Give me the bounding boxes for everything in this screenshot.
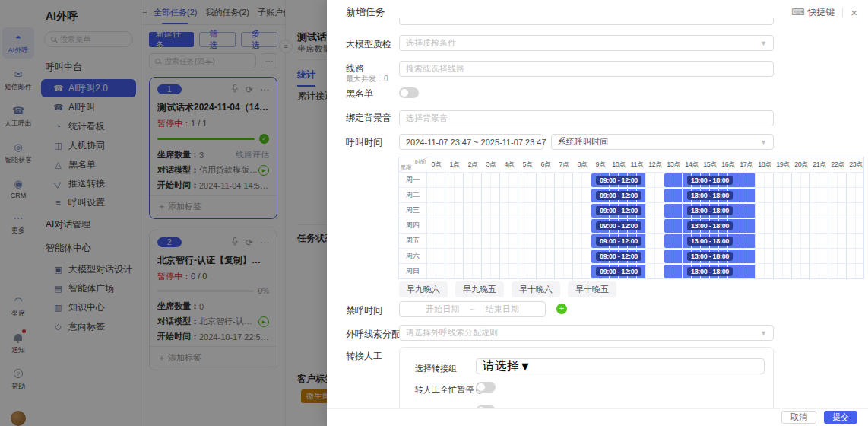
time-block[interactable]: 09:00 - 12:00 xyxy=(591,173,646,187)
time-block-label: 13:00 - 18:00 xyxy=(687,191,733,200)
schedule-row-周一: 周一09:00 - 12:0013:00 - 18:00 xyxy=(399,172,863,187)
transfer-label: 转接人工 xyxy=(346,350,382,363)
hour-header: 17点 xyxy=(737,157,756,172)
corner-time-label: 时间 xyxy=(415,158,426,166)
time-block-label: 13:00 - 18:00 xyxy=(687,267,733,276)
preset-早十晚五[interactable]: 早十晚五 xyxy=(568,281,616,297)
time-block-label: 09:00 - 12:00 xyxy=(596,221,641,230)
hour-header: 3点 xyxy=(482,157,500,172)
submit-button[interactable]: 提交 xyxy=(824,411,857,424)
new-task-modal: 新增任务 ⌨快捷键 × 大模型质检 选择质检条件▼ 线路 最大并发：0 搜索或选… xyxy=(327,0,868,426)
time-block[interactable]: 09:00 - 12:00 xyxy=(591,189,646,202)
chevron-down-icon: ▼ xyxy=(760,138,767,146)
time-block[interactable]: 13:00 - 18:00 xyxy=(664,189,756,202)
hour-header: 4点 xyxy=(500,157,518,172)
schedule-row-周二: 周二09:00 - 12:0013:00 - 18:00 xyxy=(399,187,863,202)
time-block[interactable]: 09:00 - 12:00 xyxy=(591,219,646,233)
add-forbid-time-button[interactable]: + xyxy=(556,304,567,314)
line-select[interactable]: 搜索或选择线路 xyxy=(399,61,774,77)
schedule-row-周三: 周三09:00 - 12:0013:00 - 18:00 xyxy=(399,202,863,218)
hour-header: 16点 xyxy=(719,157,737,172)
day-label: 周三 xyxy=(399,203,427,218)
hour-header: 5点 xyxy=(518,157,537,172)
time-block-label: 13:00 - 18:00 xyxy=(687,176,733,185)
chevron-down-icon: ▼ xyxy=(519,360,531,374)
transfer-group-label: 选择转接组 xyxy=(415,363,457,374)
time-block[interactable]: 09:00 - 12:00 xyxy=(591,265,646,278)
schedule-row-周日: 周日09:00 - 12:0013:00 - 18:00 xyxy=(399,263,863,278)
schedule-grid: 时间星期0点1点2点3点4点5点6点7点8点9点10点11点12点13点14点1… xyxy=(398,157,864,279)
day-label: 周二 xyxy=(399,188,427,202)
time-block-label: 09:00 - 12:00 xyxy=(596,267,641,276)
hour-header: 19点 xyxy=(774,157,792,172)
day-label: 周一 xyxy=(399,173,427,187)
chevron-down-icon: ▼ xyxy=(760,329,767,337)
hour-header: 11点 xyxy=(628,157,646,172)
time-block-label: 09:00 - 12:00 xyxy=(596,191,641,200)
time-block[interactable]: 09:00 - 12:00 xyxy=(591,204,646,218)
shortcuts-button[interactable]: ⌨快捷键 xyxy=(791,6,835,19)
hour-header: 0点 xyxy=(427,157,445,172)
preset-早十晚六[interactable]: 早十晚六 xyxy=(512,281,560,297)
hour-header: 15点 xyxy=(701,157,719,172)
hour-header: 14点 xyxy=(683,157,701,172)
time-block[interactable]: 09:00 - 12:00 xyxy=(591,250,646,263)
blacklist-label: 黑名单 xyxy=(346,87,373,100)
hour-header: 7点 xyxy=(555,157,573,172)
close-icon[interactable]: × xyxy=(851,7,857,18)
schedule-row-周六: 周六09:00 - 12:0013:00 - 18:00 xyxy=(399,248,863,263)
schedule-presets: 早九晚六早九晚五早十晚六早十晚五 xyxy=(399,281,616,297)
call-time-label: 呼叫时间 xyxy=(346,136,382,149)
call-time-mode-select[interactable]: 系统呼叫时间▼ xyxy=(551,134,774,150)
time-block[interactable]: 13:00 - 18:00 xyxy=(664,219,756,233)
hour-header: 10点 xyxy=(610,157,628,172)
modal-footer: 取消 提交 xyxy=(327,408,868,426)
schedule-grid-header: 时间星期0点1点2点3点4点5点6点7点8点9点10点11点12点13点14点1… xyxy=(399,157,863,172)
time-block[interactable]: 13:00 - 18:00 xyxy=(664,265,756,278)
time-block[interactable]: 13:00 - 18:00 xyxy=(664,250,756,263)
time-block[interactable]: 13:00 - 18:00 xyxy=(664,204,756,218)
line-max-concurrency: 最大并发：0 xyxy=(346,74,388,84)
partial-input-above[interactable] xyxy=(399,18,774,25)
background-audio-label: 绑定背景音 xyxy=(346,112,391,125)
modal-title: 新增任务 xyxy=(346,5,385,19)
time-block-label: 13:00 - 18:00 xyxy=(687,221,733,230)
background-audio-select[interactable]: 选择背景音 xyxy=(399,110,774,126)
time-block[interactable]: 13:00 - 18:00 xyxy=(664,173,756,187)
hour-header: 20点 xyxy=(792,157,810,172)
forbid-time-range-input[interactable]: 开始日期 ~ 结束日期 xyxy=(399,301,546,317)
keyboard-icon: ⌨ xyxy=(791,7,804,17)
cancel-button[interactable]: 取消 xyxy=(781,411,816,424)
busy-pause-toggle[interactable] xyxy=(476,382,496,393)
hour-header: 23点 xyxy=(847,157,865,172)
hour-header: 2点 xyxy=(464,157,482,172)
schedule-row-周四: 周四09:00 - 12:0013:00 - 18:00 xyxy=(399,218,863,233)
schedule-grid-corner: 时间星期 xyxy=(399,157,427,172)
hour-header: 1点 xyxy=(445,157,464,172)
hour-header: 18点 xyxy=(756,157,774,172)
blacklist-toggle[interactable] xyxy=(399,87,419,98)
forbid-time-label: 禁呼时间 xyxy=(346,304,382,317)
hour-header: 9点 xyxy=(591,157,610,172)
hour-header: 8点 xyxy=(573,157,591,172)
preset-早九晚六[interactable]: 早九晚六 xyxy=(399,281,448,297)
hour-header: 22点 xyxy=(828,157,847,172)
corner-week-label: 星期 xyxy=(401,164,411,171)
transfer-group-select[interactable]: 请选择▼ xyxy=(476,358,765,374)
time-block-label: 09:00 - 12:00 xyxy=(596,206,641,215)
time-block-label: 09:00 - 12:00 xyxy=(596,237,641,246)
call-time-range-input[interactable]: 2024-11-07 23:47 ~ 2025-11-07 23:47 xyxy=(399,134,543,150)
time-block[interactable]: 13:00 - 18:00 xyxy=(664,234,756,248)
quality-check-select[interactable]: 选择质检条件▼ xyxy=(399,35,774,51)
hour-header: 6点 xyxy=(537,157,555,172)
time-block[interactable]: 09:00 - 12:00 xyxy=(591,234,646,248)
hour-header: 21点 xyxy=(810,157,828,172)
lead-rule-select[interactable]: 请选择外呼线索分配规则▼ xyxy=(399,325,774,341)
schedule-row-周五: 周五09:00 - 12:0013:00 - 18:00 xyxy=(399,233,863,248)
day-label: 周六 xyxy=(399,249,427,263)
preset-早九晚五[interactable]: 早九晚五 xyxy=(455,281,504,297)
time-block-label: 13:00 - 18:00 xyxy=(687,237,733,246)
hour-header: 12点 xyxy=(646,157,664,172)
time-block-label: 09:00 - 12:00 xyxy=(596,176,641,185)
divider xyxy=(842,8,843,17)
